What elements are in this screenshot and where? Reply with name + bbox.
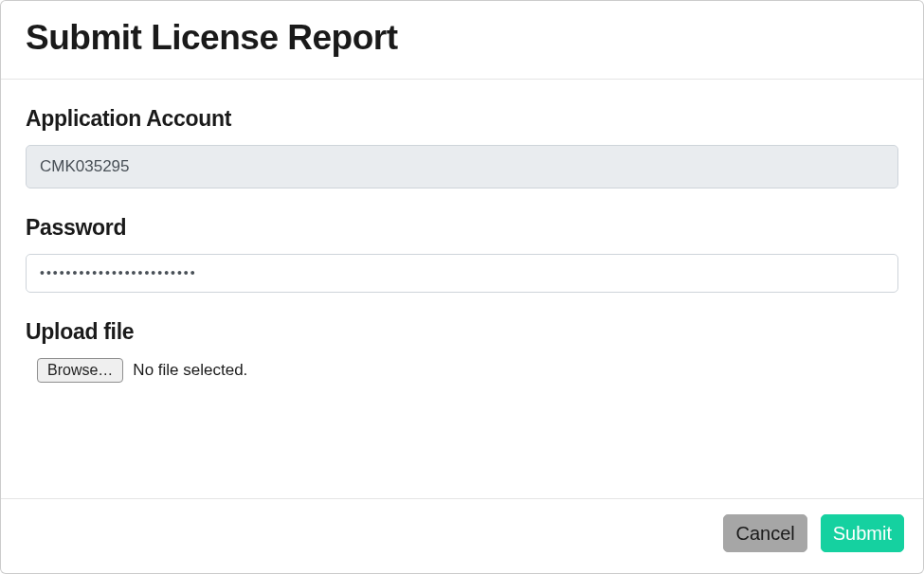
password-label: Password <box>26 215 898 241</box>
submit-button[interactable]: Submit <box>821 514 904 552</box>
account-input <box>26 145 898 188</box>
upload-group: Upload file Browse… No file selected. <box>26 319 898 383</box>
password-group: Password <box>26 215 898 294</box>
modal-header: Submit License Report <box>1 1 923 80</box>
modal-footer: Cancel Submit <box>1 498 923 573</box>
file-row: Browse… No file selected. <box>26 358 898 383</box>
submit-license-report-modal: Submit License Report Application Accoun… <box>0 0 924 574</box>
cancel-button[interactable]: Cancel <box>723 514 806 552</box>
upload-label: Upload file <box>26 319 898 345</box>
browse-button[interactable]: Browse… <box>37 358 123 383</box>
modal-title: Submit License Report <box>26 18 898 58</box>
account-label: Application Account <box>26 106 898 132</box>
password-input[interactable] <box>26 254 898 294</box>
file-status-text: No file selected. <box>133 361 247 380</box>
account-group: Application Account <box>26 106 898 188</box>
modal-body: Application Account Password Upload file… <box>1 80 923 498</box>
